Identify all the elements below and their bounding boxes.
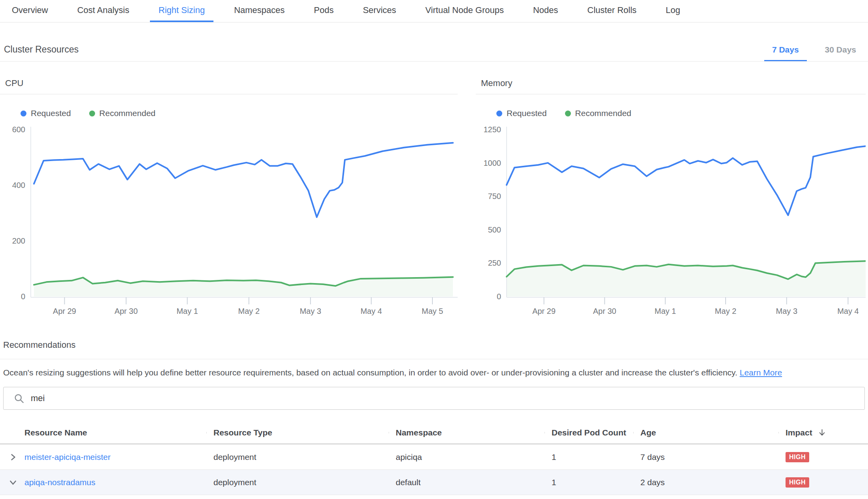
column-age[interactable]: Age [633, 428, 778, 437]
tab-nodes[interactable]: Nodes [524, 0, 567, 22]
range-7-days[interactable]: 7 Days [764, 45, 807, 61]
tab-pods[interactable]: Pods [305, 0, 342, 22]
range-30-days[interactable]: 30 Days [817, 45, 864, 61]
svg-text:600: 600 [12, 125, 25, 134]
svg-text:May 1: May 1 [176, 307, 198, 315]
column-namespace[interactable]: Namespace [389, 428, 544, 437]
memory-chart-title: Memory [476, 76, 866, 94]
table-row[interactable]: meister-apiciqa-meister deployment apici… [0, 445, 868, 470]
table-header: Resource Name Resource Type Namespace De… [0, 422, 868, 445]
legend-label: Recommended [575, 109, 631, 118]
column-impact[interactable]: Impact [778, 428, 868, 437]
svg-text:May 2: May 2 [238, 307, 260, 315]
expand-row-button[interactable] [0, 453, 21, 461]
svg-text:500: 500 [488, 225, 501, 234]
resource-type-cell: deployment [206, 452, 389, 462]
recommendations-table: Resource Name Resource Type Namespace De… [0, 422, 868, 495]
tab-namespaces[interactable]: Namespaces [225, 0, 293, 22]
impact-cell: HIGH [778, 452, 868, 462]
resource-type-cell: deployment [206, 478, 389, 487]
svg-text:200: 200 [12, 236, 25, 245]
description-text: Ocean's resizing suggestions will help y… [3, 368, 737, 377]
impact-badge-high: HIGH [786, 452, 809, 462]
svg-text:May 2: May 2 [715, 307, 736, 315]
resource-name-link[interactable]: meister-apiciqa-meister [24, 452, 110, 461]
chevron-right-icon [9, 453, 17, 461]
cpu-chart-title: CPU [0, 76, 458, 94]
svg-text:May 5: May 5 [422, 307, 443, 315]
svg-text:May 4: May 4 [837, 307, 859, 315]
svg-text:750: 750 [488, 192, 501, 201]
recommended-dot-icon [89, 111, 95, 116]
svg-text:Apr 30: Apr 30 [593, 307, 616, 315]
recommendations-search[interactable] [3, 387, 865, 410]
memory-chart-panel: Memory Requested Recommended Apr 29Apr 3… [476, 76, 866, 320]
impact-cell: HIGH [778, 477, 868, 488]
tab-services[interactable]: Services [354, 0, 405, 22]
tab-cost-analysis[interactable]: Cost Analysis [69, 0, 138, 22]
cluster-resources-header: Cluster Resources 7 Days 30 Days [0, 23, 868, 62]
legend-item-requested[interactable]: Requested [21, 109, 71, 118]
desired-pod-count-cell: 1 [544, 452, 633, 462]
svg-text:May 3: May 3 [300, 307, 321, 315]
desired-pod-count-cell: 1 [544, 478, 633, 487]
impact-badge-high: HIGH [786, 477, 809, 488]
svg-text:0: 0 [497, 292, 501, 301]
legend-label: Recommended [99, 109, 155, 118]
collapse-row-button[interactable] [0, 478, 21, 487]
legend-label: Requested [31, 109, 71, 118]
impact-label: Impact [786, 428, 812, 437]
cpu-legend: Requested Recommended [21, 109, 458, 118]
charts-row: CPU Requested Recommended Apr 29Apr 30Ma… [0, 76, 868, 320]
resource-name-link[interactable]: apiqa-nostradamus [24, 478, 95, 487]
svg-text:May 1: May 1 [655, 307, 676, 315]
svg-text:250: 250 [488, 259, 501, 267]
sort-desc-arrow-icon [818, 428, 826, 437]
main-tab-bar: Overview Cost Analysis Right Sizing Name… [0, 0, 868, 23]
age-cell: 2 days [633, 478, 778, 487]
recommended-dot-icon [565, 111, 571, 116]
chevron-down-icon [9, 478, 17, 487]
namespace-cell: default [389, 478, 544, 487]
svg-text:Apr 29: Apr 29 [53, 307, 76, 315]
resource-name-cell: meister-apiciqa-meister [21, 452, 206, 462]
svg-text:0: 0 [21, 292, 25, 301]
tab-overview[interactable]: Overview [3, 0, 57, 22]
learn-more-link[interactable]: Learn More [740, 368, 782, 377]
svg-text:May 3: May 3 [776, 307, 797, 315]
tab-virtual-node-groups[interactable]: Virtual Node Groups [417, 0, 513, 22]
recommendations-title: Recommendations [0, 340, 868, 359]
column-desired-pod-count[interactable]: Desired Pod Count [544, 428, 633, 437]
legend-item-requested[interactable]: Requested [496, 109, 547, 118]
column-resource-name[interactable]: Resource Name [21, 428, 206, 437]
svg-text:Apr 29: Apr 29 [532, 307, 556, 315]
svg-text:400: 400 [12, 181, 25, 189]
legend-item-recommended[interactable]: Recommended [565, 109, 631, 118]
table-row[interactable]: apiqa-nostradamus deployment default 1 2… [0, 470, 868, 495]
svg-text:1000: 1000 [484, 159, 501, 167]
memory-line-chart: Apr 29Apr 30May 1May 2May 3May 412501000… [476, 124, 866, 320]
legend-label: Requested [507, 109, 547, 118]
svg-text:1250: 1250 [484, 125, 501, 134]
requested-dot-icon [21, 111, 26, 116]
legend-item-recommended[interactable]: Recommended [89, 109, 155, 118]
requested-dot-icon [496, 111, 502, 116]
svg-text:May 4: May 4 [361, 307, 382, 315]
time-range-switch: 7 Days 30 Days [764, 45, 864, 61]
tab-log[interactable]: Log [657, 0, 689, 22]
cpu-chart-panel: CPU Requested Recommended Apr 29Apr 30Ma… [0, 76, 458, 320]
svg-text:Apr 30: Apr 30 [114, 307, 138, 315]
tab-right-sizing[interactable]: Right Sizing [150, 0, 213, 22]
resource-name-cell: apiqa-nostradamus [21, 478, 206, 487]
cpu-line-chart: Apr 29Apr 30May 1May 2May 3May 4May 5600… [0, 124, 458, 320]
column-resource-type[interactable]: Resource Type [206, 428, 389, 437]
recommendations-description: Ocean's resizing suggestions will help y… [3, 368, 865, 377]
memory-legend: Requested Recommended [496, 109, 866, 118]
search-input[interactable] [31, 393, 864, 403]
tab-cluster-rolls[interactable]: Cluster Rolls [579, 0, 645, 22]
section-title: Cluster Resources [4, 44, 79, 61]
search-icon [14, 393, 24, 404]
namespace-cell: apiciqa [389, 452, 544, 462]
age-cell: 7 days [633, 452, 778, 462]
